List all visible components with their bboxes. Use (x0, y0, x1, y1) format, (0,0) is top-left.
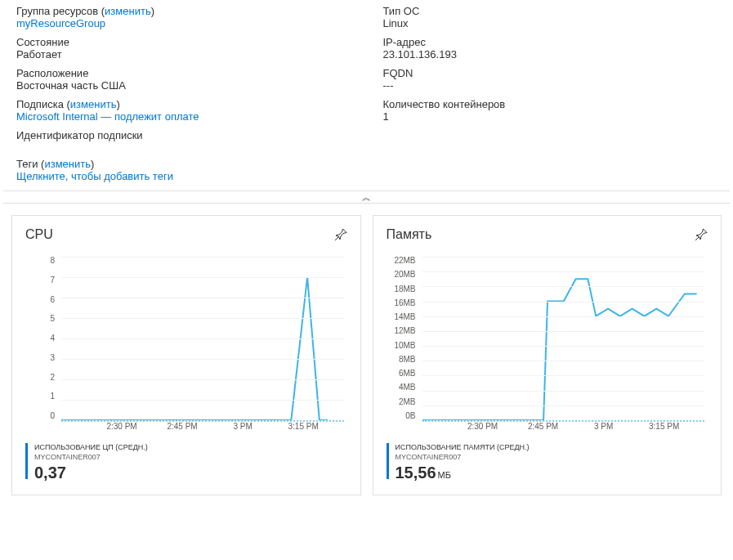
properties-right-column: Тип ОСLinuxIP-адрес23.101.136.193FQDN---… (383, 5, 717, 148)
tags-label: Теги (16, 158, 38, 170)
property-item: Группа ресурсов (изменить)myResourceGrou… (16, 5, 351, 29)
y-tick-label: 7 (25, 276, 58, 284)
property-value: 23.101.136.193 (383, 48, 717, 60)
cpu-card-title: CPU (25, 227, 53, 242)
property-item: Количество контейнеров1 (383, 98, 717, 123)
cpu-x-axis: 2:30 PM2:45 PM3 PM3:15 PM (61, 422, 344, 437)
property-value: Восточная часть США (16, 79, 351, 92)
property-value: 1 (383, 110, 717, 123)
overview-panel: Группа ресурсов (изменить)myResourceGrou… (0, 0, 733, 190)
x-tick-label: 2:30 PM (106, 422, 136, 431)
property-value[interactable]: Microsoft Internal — подлежит оплате (16, 110, 351, 123)
y-tick-label: 6MB (387, 370, 419, 378)
y-tick-label: 1 (25, 392, 58, 401)
charts-row: CPU 876543210 2:30 PM2:45 PM3 PM3:15 PM … (0, 204, 733, 507)
property-value: --- (383, 79, 717, 92)
y-tick-label: 18MB (387, 285, 419, 293)
pin-icon[interactable] (695, 228, 708, 241)
property-item: Идентификатор подписки (16, 129, 351, 141)
memory-metric-value: 15,56 (396, 464, 436, 482)
memory-metric-name: ИСПОЛЬЗОВАНИЕ ПАМЯТИ (СРЕДН.) (396, 443, 530, 453)
properties-left-column: Группа ресурсов (изменить)myResourceGrou… (16, 5, 351, 148)
y-tick-label: 16MB (387, 299, 419, 307)
collapse-toggle[interactable]: ︽ (3, 190, 730, 204)
property-label: Группа ресурсов (изменить) (16, 5, 351, 17)
property-value[interactable]: myResourceGroup (16, 17, 351, 29)
y-tick-label: 4 (25, 334, 58, 343)
tags-change-link[interactable]: изменить (44, 158, 91, 170)
property-label: FQDN (383, 67, 717, 79)
y-tick-label: 2 (25, 374, 58, 382)
memory-resource-name: MYCONTAINER007 (396, 453, 530, 463)
property-item: Подписка (изменить)Microsoft Internal — … (16, 98, 351, 123)
cpu-card: CPU 876543210 2:30 PM2:45 PM3 PM3:15 PM … (11, 215, 361, 495)
memory-y-axis: 22MB20MB18MB16MB14MB12MB10MB8MB6MB4MB2MB… (387, 257, 419, 420)
change-link[interactable]: изменить (70, 98, 117, 110)
memory-card-title: Память (387, 227, 432, 242)
y-tick-label: 2MB (387, 398, 419, 406)
y-tick-label: 10MB (387, 342, 419, 350)
cpu-y-axis: 876543210 (25, 257, 58, 420)
property-value: Linux (383, 17, 717, 29)
property-label: IP-адрес (383, 36, 717, 48)
y-tick-label: 0B (387, 412, 419, 420)
memory-card: Память 22MB20MB18MB16MB14MB12MB10MB8MB6M… (373, 215, 722, 495)
y-tick-label: 14MB (387, 313, 419, 321)
y-tick-label: 6 (25, 296, 58, 304)
property-item: РасположениеВосточная часть США (16, 67, 351, 92)
memory-legend: ИСПОЛЬЗОВАНИЕ ПАМЯТИ (СРЕДН.) MYCONTAINE… (387, 443, 708, 482)
property-label: Расположение (16, 67, 351, 79)
cpu-chart: 876543210 2:30 PM2:45 PM3 PM3:15 PM (25, 257, 347, 437)
cpu-resource-name: MYCONTAINER007 (34, 453, 148, 463)
x-tick-label: 3 PM (233, 422, 252, 431)
memory-x-axis: 2:30 PM2:45 PM3 PM3:15 PM (422, 422, 705, 437)
y-tick-label: 8 (25, 257, 58, 265)
legend-color-bar (387, 443, 389, 479)
x-tick-label: 2:45 PM (528, 422, 558, 431)
x-tick-label: 3:15 PM (649, 422, 679, 431)
chevron-up-icon: ︽ (362, 192, 371, 202)
x-tick-label: 3:15 PM (288, 422, 319, 431)
memory-chart: 22MB20MB18MB16MB14MB12MB10MB8MB6MB4MB2MB… (387, 257, 708, 437)
y-tick-label: 20MB (387, 271, 419, 279)
y-tick-label: 12MB (387, 327, 419, 335)
y-tick-label: 8MB (387, 356, 419, 364)
x-tick-label: 2:30 PM (467, 422, 498, 431)
y-tick-label: 22MB (387, 257, 419, 265)
cpu-plot-area (61, 257, 344, 420)
property-label: Состояние (16, 36, 351, 48)
y-tick-label: 3 (25, 354, 58, 362)
y-tick-label: 0 (25, 412, 58, 420)
pin-icon[interactable] (334, 228, 347, 241)
property-item: FQDN--- (383, 67, 717, 92)
cpu-legend: ИСПОЛЬЗОВАНИЕ ЦП (СРЕДН.) MYCONTAINER007… (25, 443, 347, 482)
x-tick-label: 3 PM (594, 422, 613, 431)
memory-metric-unit: МБ (438, 470, 451, 480)
cpu-metric-name: ИСПОЛЬЗОВАНИЕ ЦП (СРЕДН.) (34, 443, 148, 453)
memory-plot-area (422, 257, 705, 420)
property-item: Тип ОСLinux (383, 5, 717, 29)
property-item: IP-адрес23.101.136.193 (383, 36, 717, 60)
x-tick-label: 2:45 PM (167, 422, 197, 431)
change-link[interactable]: изменить (105, 5, 151, 17)
property-label: Идентификатор подписки (16, 129, 351, 141)
y-tick-label: 4MB (387, 383, 419, 392)
property-value: Работает (16, 48, 351, 60)
add-tags-link[interactable]: Щелкните, чтобы добавить теги (16, 170, 717, 182)
legend-color-bar (25, 443, 28, 479)
property-label: Тип ОС (383, 5, 717, 17)
tags-row: Теги (изменить) Щелкните, чтобы добавить… (16, 158, 717, 182)
cpu-metric-value: 0,37 (34, 464, 66, 482)
property-label: Подписка (изменить) (16, 98, 351, 110)
property-label: Количество контейнеров (383, 98, 717, 110)
property-item: СостояниеРаботает (16, 36, 351, 60)
y-tick-label: 5 (25, 315, 58, 323)
